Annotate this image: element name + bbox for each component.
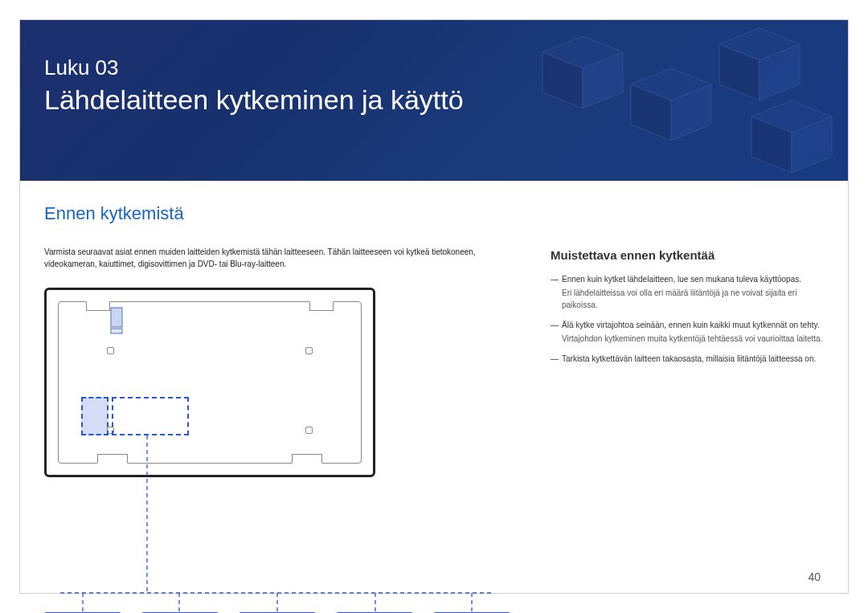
content-area: Ennen kytkemistä Varmista seuraavat asia… [44,203,824,593]
list-item-sub: Eri lähdelaitteissa voi olla eri määrä l… [562,287,824,311]
list-item: Älä kytke virtajohtoa seinään, ennen kui… [551,319,824,345]
display-inner-frame [58,301,362,464]
list-item-main: Ennen kuin kytket lähdelaitteen, lue sen… [562,275,801,284]
svg-rect-13 [111,329,122,333]
checkpoints-list: Ennen kuin kytket lähdelaitteen, lue sen… [551,273,824,365]
banner-cubes-decor [510,20,848,181]
left-column: Varmista seuraavat asiat ennen muiden la… [44,247,510,477]
list-item-main: Älä kytke virtajohtoa seinään, ennen kui… [562,321,820,329]
intro-paragraph: Varmista seuraavat asiat ennen muiden la… [44,247,510,270]
chapter-title: Lähdelaitteen kytkeminen ja käyttö [44,84,464,116]
list-item: Ennen kuin kytket lähdelaitteen, lue sen… [551,273,824,311]
list-item-main: Tarkista kytkettävän laitteen takaosasta… [562,354,816,363]
port-area-highlight-right [112,397,189,435]
connection-diagram [44,288,510,477]
list-item: Tarkista kytkettävän laitteen takaosasta… [551,353,824,365]
section-title: Ennen kytkemistä [44,203,824,224]
list-item-sub: Virtajohdon kytkeminen muita kytkentöjä … [562,333,824,345]
page-frame: Luku 03 Lähdelaitteen kytkeminen ja käyt… [19,19,849,594]
port-area-highlight-left [81,397,108,435]
connector-block-icon [109,306,141,335]
chapter-banner: Luku 03 Lähdelaitteen kytkeminen ja käyt… [20,20,848,181]
svg-rect-12 [111,308,122,327]
checkpoints-subtitle: Muistettava ennen kytkentää [551,248,824,262]
right-column: Muistettava ennen kytkentää Ennen kuin k… [551,247,824,477]
two-column-layout: Varmista seuraavat asiat ennen muiden la… [44,247,824,477]
chapter-label: Luku 03 [44,55,119,80]
page-number: 40 [808,570,821,583]
display-rear-panel [44,288,375,477]
